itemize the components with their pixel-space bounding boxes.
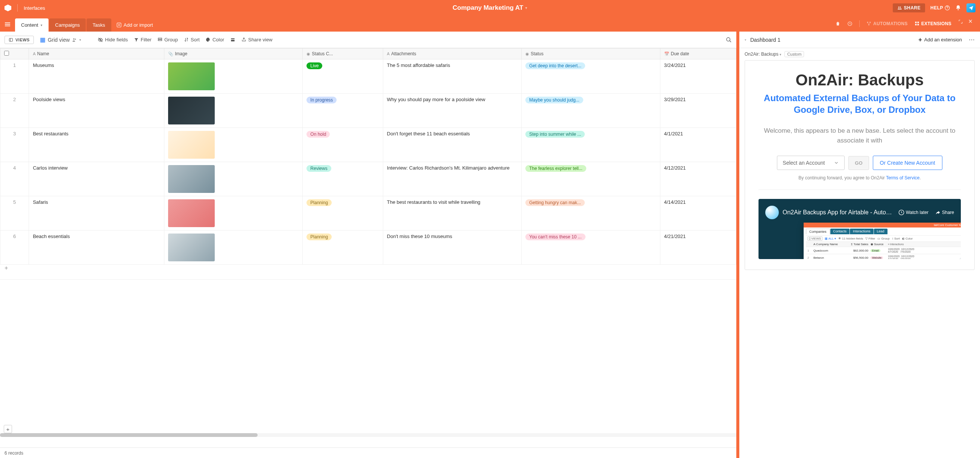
cell-status[interactable]: You can't miss these 10 ... [522,231,660,265]
column-header-status-c[interactable]: ◉Status C... [303,49,383,59]
automations-button[interactable]: AUTOMATIONS [866,21,908,26]
hide-fields-button[interactable]: Hide fields [98,37,128,43]
help-button[interactable]: HELP [931,5,950,11]
terms-link[interactable]: Terms of Service [886,175,920,180]
image-thumbnail [168,234,215,261]
watch-later-button[interactable]: Watch later [898,210,929,215]
svg-rect-21 [231,40,234,41]
column-header-image[interactable]: 📎Image [164,49,302,59]
cell-name[interactable]: Carlos interview [29,162,164,196]
more-icon[interactable]: ⋯ [969,36,975,43]
search-icon[interactable] [726,37,732,43]
cell-status[interactable]: The fearless explorer tell... [522,162,660,196]
cell-due-date[interactable]: 4/14/2021 [660,196,736,231]
svg-rect-10 [915,22,916,23]
svg-rect-4 [5,24,10,25]
filter-button[interactable]: Filter [134,37,151,43]
add-row-area[interactable]: + [0,265,736,280]
cell-name[interactable]: Beach essentials [29,231,164,265]
status-pill: On hold [307,131,330,138]
cell-name[interactable]: Poolside views [29,94,164,128]
horizontal-scrollbar[interactable] [0,433,736,437]
menu-icon[interactable] [5,22,11,27]
cell-status[interactable]: Get deep into the desert... [522,59,660,94]
cell-image[interactable] [164,231,302,265]
cell-status-c[interactable]: Reviews [303,162,383,196]
cell-attachments[interactable]: Don't miss these 10 museums [383,231,521,265]
sort-button[interactable]: Sort [184,37,200,43]
add-extension-button[interactable]: +Add an extension [918,37,962,43]
base-title[interactable]: Company Marketing AT▾ [247,4,733,12]
go-button[interactable]: GO [848,156,869,170]
group-button[interactable]: Group [158,37,178,43]
create-account-button[interactable]: Or Create New Account [873,156,942,170]
expand-icon[interactable] [958,19,963,24]
cell-image[interactable] [164,162,302,196]
status-pill: Step into summer while ... [525,131,585,138]
video-embed[interactable]: On2Air Backups App for Airtable - Automa… [759,199,961,259]
cell-status[interactable]: Getting hungry can mak... [522,196,660,231]
dashboard-title[interactable]: Dashboard 1 [750,37,780,43]
cell-image[interactable] [164,94,302,128]
extension-breadcrumb[interactable]: On2Air: Backups ▾ [745,51,781,57]
cell-attachments[interactable]: The 5 most affordable safaris [383,59,521,94]
table-row[interactable]: 3Best restaurantsOn holdDon't forget the… [0,128,736,162]
tab-content[interactable]: Content▾ [15,18,49,32]
table-row[interactable]: 1MuseumsLiveThe 5 most affordable safari… [0,59,736,94]
cell-name[interactable]: Museums [29,59,164,94]
cell-image[interactable] [164,59,302,94]
airtable-logo-icon[interactable] [5,5,11,11]
cell-due-date[interactable]: 4/21/2021 [660,231,736,265]
cell-status-c[interactable]: Planning [303,196,383,231]
cell-status[interactable]: Maybe you should judg... [522,94,660,128]
tab-tasks[interactable]: Tasks [86,18,111,32]
row-height-button[interactable] [230,37,235,43]
table-row[interactable]: 5SafarisPlanningThe best restaurants to … [0,196,736,231]
chevron-down-icon[interactable]: ▾ [745,38,746,42]
cell-name[interactable]: Safaris [29,196,164,231]
cell-name[interactable]: Best restaurants [29,128,164,162]
cell-attachments[interactable]: The best restaurants to visit while trav… [383,196,521,231]
interfaces-link[interactable]: Interfaces [24,5,45,11]
views-button[interactable]: VIEWS [5,36,34,44]
extensions-button[interactable]: EXTENSIONS [915,21,951,26]
cell-status-c[interactable]: Planning [303,231,383,265]
add-or-import-button[interactable]: Add or import [116,22,153,28]
app-badge-icon[interactable] [966,3,975,13]
cell-attachments[interactable]: Why you should pay more for a poolside v… [383,94,521,128]
cell-image[interactable] [164,196,302,231]
cell-attachments[interactable]: Interview: Carlos Richardson's Mt. Kilim… [383,162,521,196]
select-all-checkbox[interactable] [0,49,29,59]
column-header-status[interactable]: ◉Status [522,49,660,59]
table-row[interactable]: 2Poolside viewsIn progressWhy you should… [0,94,736,128]
cell-status-c[interactable]: In progress [303,94,383,128]
column-header-due-date[interactable]: 📅Due date [660,49,736,59]
cell-image[interactable] [164,128,302,162]
grid-view-selector[interactable]: ▦ Grid view ▾ [40,36,81,43]
cell-status[interactable]: Step into summer while ... [522,128,660,162]
extensions-icon [915,21,920,26]
add-record-button[interactable]: + [4,425,12,433]
trash-icon[interactable] [835,21,840,26]
history-icon[interactable] [847,21,853,26]
tab-campaigns[interactable]: Campaigns [49,18,86,32]
select-account-dropdown[interactable]: Select an Account [777,156,845,170]
share-button[interactable]: SHARE [893,3,925,13]
column-header-name[interactable]: AName [29,49,164,59]
close-icon[interactable] [968,19,972,23]
share-view-button[interactable]: Share view [242,37,272,43]
cell-due-date[interactable]: 4/1/2021 [660,128,736,162]
cell-due-date[interactable]: 3/24/2021 [660,59,736,94]
share-video-button[interactable]: Share [935,210,954,215]
svg-rect-13 [917,24,919,25]
bell-icon[interactable] [955,5,961,11]
table-row[interactable]: 6Beach essentialsPlanningDon't miss thes… [0,231,736,265]
cell-due-date[interactable]: 3/29/2021 [660,94,736,128]
cell-attachments[interactable]: Don't forget these 11 beach essentials [383,128,521,162]
table-row[interactable]: 4Carlos interviewReviewsInterview: Carlo… [0,162,736,196]
cell-status-c[interactable]: Live [303,59,383,94]
cell-status-c[interactable]: On hold [303,128,383,162]
cell-due-date[interactable]: 4/12/2021 [660,162,736,196]
column-header-attachments[interactable]: AAttachments [383,49,521,59]
color-button[interactable]: Color [206,37,224,43]
